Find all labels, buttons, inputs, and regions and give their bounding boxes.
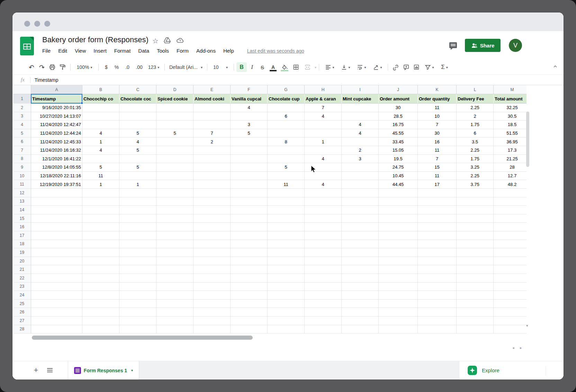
cell-A22[interactable] [31, 274, 82, 283]
cell-E17[interactable] [194, 231, 231, 240]
cell-A16[interactable] [31, 223, 82, 231]
redo-button[interactable]: ↷ [37, 62, 47, 72]
cell-M11[interactable]: 48.2 [494, 180, 526, 189]
menu-item-form[interactable]: Form [177, 48, 189, 54]
cell-I24[interactable] [342, 291, 379, 300]
cell-M9[interactable]: 28 [494, 163, 526, 172]
cell-J7[interactable]: 15.05 [379, 146, 418, 155]
merge-caret-icon[interactable]: ▾ [315, 65, 316, 69]
cell-K4[interactable]: 7 [418, 121, 457, 129]
row-header-6[interactable]: 6 [13, 137, 31, 146]
cell-F2[interactable]: 4 [231, 104, 268, 112]
cell-K24[interactable] [418, 291, 457, 300]
cell-C16[interactable] [119, 223, 156, 231]
cell-D8[interactable] [156, 155, 194, 163]
cell-I10[interactable] [342, 172, 379, 180]
cell-K8[interactable]: 7 [418, 155, 457, 163]
cell-D18[interactable] [156, 240, 194, 249]
cell-B17[interactable] [82, 231, 119, 240]
cell-A23[interactable] [31, 283, 82, 291]
cell-L17[interactable] [457, 231, 494, 240]
cell-L11[interactable]: 3.75 [457, 180, 494, 189]
cell-G25[interactable] [268, 300, 305, 308]
cell-G26[interactable] [268, 308, 305, 317]
cell-I3[interactable] [342, 112, 379, 121]
cell-J2[interactable]: 30 [379, 104, 418, 112]
cell-C23[interactable] [119, 283, 156, 291]
cell-B22[interactable] [82, 274, 119, 283]
cell-G13[interactable] [268, 197, 305, 206]
format-percent-button[interactable]: % [111, 62, 122, 72]
vertical-scrollbar[interactable] [526, 112, 529, 167]
cell-E8[interactable] [194, 155, 231, 163]
row-header-14[interactable]: 14 [13, 206, 31, 214]
cell-E27[interactable] [194, 317, 231, 325]
cell-F3[interactable] [231, 112, 268, 121]
cell-C21[interactable] [119, 265, 156, 274]
cell-F10[interactable] [231, 172, 268, 180]
cell-G3[interactable]: 6 [268, 112, 305, 121]
cell-C12[interactable] [119, 189, 156, 197]
paint-format-button[interactable] [57, 62, 68, 72]
cell-B10[interactable]: 11 [82, 172, 119, 180]
cell-A15[interactable] [31, 214, 82, 223]
all-sheets-button[interactable] [45, 365, 55, 375]
cell-B5[interactable]: 4 [82, 129, 119, 138]
cell-L21[interactable] [457, 265, 494, 274]
hide-panel-chevron-icon[interactable] [546, 366, 555, 376]
cell-M19[interactable] [494, 248, 526, 257]
cell-M13[interactable] [494, 197, 526, 206]
cell-K12[interactable] [418, 189, 457, 197]
cell-L20[interactable] [457, 257, 494, 266]
cell-F11[interactable] [231, 180, 268, 189]
cell-E21[interactable] [194, 265, 231, 274]
cloud-saved-icon[interactable] [176, 37, 184, 45]
cell-F22[interactable] [231, 274, 268, 283]
cell-J5[interactable]: 45.55 [379, 129, 418, 138]
horizontal-align-button[interactable]: ▾ [322, 62, 338, 72]
row-header-5[interactable]: 5 [13, 129, 31, 138]
row-header-8[interactable]: 8 [13, 155, 31, 163]
cell-K13[interactable] [418, 197, 457, 206]
cell-D13[interactable] [156, 197, 194, 206]
cell-F26[interactable] [231, 308, 268, 317]
cell-B18[interactable] [82, 240, 119, 249]
cell-D9[interactable] [156, 163, 194, 172]
cell-C24[interactable] [119, 291, 156, 300]
horizontal-scrollbar[interactable] [32, 336, 253, 340]
cell-D26[interactable] [156, 308, 194, 317]
cell-A26[interactable] [31, 308, 82, 317]
cell-G1[interactable]: Chocolate cup [268, 94, 305, 104]
cell-F23[interactable] [231, 283, 268, 291]
selection-fill-handle[interactable] [81, 102, 83, 104]
cell-M8[interactable]: 21.25 [494, 155, 526, 163]
cell-H28[interactable] [305, 325, 342, 334]
column-header-F[interactable]: F [231, 85, 268, 94]
cell-H16[interactable] [305, 223, 342, 231]
cell-H27[interactable] [305, 317, 342, 325]
menu-item-view[interactable]: View [75, 48, 86, 54]
cell-C1[interactable]: Chocolate coc [119, 94, 156, 104]
text-color-button[interactable]: A [268, 62, 279, 72]
formula-bar-value[interactable]: Timestamp [35, 77, 58, 83]
cell-A12[interactable] [31, 189, 82, 197]
bold-button[interactable]: B [236, 62, 247, 72]
cell-D1[interactable]: Spiced cookie [156, 94, 194, 104]
row-header-20[interactable]: 20 [13, 257, 31, 266]
cell-K11[interactable]: 17 [418, 180, 457, 189]
cell-C7[interactable]: 5 [119, 146, 156, 155]
cell-F14[interactable] [231, 206, 268, 214]
cell-J17[interactable] [379, 231, 418, 240]
cell-J21[interactable] [379, 265, 418, 274]
cell-A8[interactable]: 12/1/2020 16:41:22 [31, 155, 82, 163]
cell-D5[interactable]: 5 [156, 129, 194, 138]
cell-K28[interactable] [418, 325, 457, 334]
cell-G22[interactable] [268, 274, 305, 283]
merge-cells-button[interactable] [302, 62, 313, 72]
cell-B16[interactable] [82, 223, 119, 231]
cell-I25[interactable] [342, 300, 379, 308]
menu-item-edit[interactable]: Edit [58, 48, 67, 54]
cell-C11[interactable]: 1 [119, 180, 156, 189]
cell-E13[interactable] [194, 197, 231, 206]
cell-L16[interactable] [457, 223, 494, 231]
